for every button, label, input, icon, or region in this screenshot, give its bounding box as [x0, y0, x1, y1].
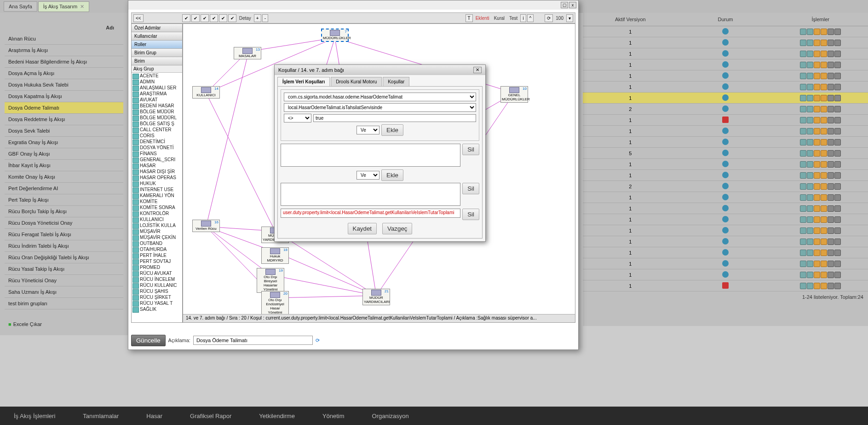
action-edit-icon[interactable] — [814, 106, 820, 112]
tree-item[interactable]: AVUKAT — [132, 97, 182, 103]
version-row[interactable]: 2 — [583, 181, 868, 192]
flow-node[interactable]: 21MÜDÜR YARDIMCILARI — [362, 289, 390, 305]
action-design-icon[interactable] — [821, 194, 827, 201]
action-edit-icon[interactable] — [814, 29, 820, 35]
tree-item[interactable]: PROMED — [132, 264, 182, 270]
action-design-icon[interactable] — [821, 283, 827, 289]
action-view-icon[interactable] — [800, 106, 806, 112]
action-view-icon[interactable] — [800, 250, 806, 256]
action-monitor-icon[interactable] — [828, 239, 834, 245]
tree-item[interactable]: INTERNET USE — [132, 186, 182, 192]
version-row[interactable]: 1 — [583, 269, 868, 280]
version-row[interactable]: 1 — [583, 26, 868, 37]
action-monitor-icon[interactable] — [828, 150, 834, 157]
action-view-icon[interactable] — [800, 194, 806, 201]
action-delete-icon[interactable] — [834, 95, 841, 101]
version-row[interactable]: 1 — [583, 280, 868, 291]
workflow-item[interactable]: Saha Uzmanı İş Akışı — [5, 286, 123, 298]
fnav-tanimlamalar[interactable]: Tanımlamalar — [69, 413, 132, 419]
action-edit-icon[interactable] — [814, 73, 820, 79]
action-copy-icon[interactable] — [807, 227, 813, 234]
version-row[interactable]: 1 — [583, 137, 868, 148]
action-monitor-icon[interactable] — [828, 216, 834, 223]
tree-item[interactable]: PERT İHALE — [132, 252, 182, 258]
action-design-icon[interactable] — [821, 183, 827, 190]
action-design-icon[interactable] — [821, 216, 827, 223]
property-select[interactable]: local.HasarOdemeTalimat.isTahsilatServis… — [284, 103, 476, 112]
zoom-drop-button[interactable]: ▾ — [566, 14, 573, 22]
tab-kosullar[interactable]: Koşullar — [383, 77, 409, 86]
action-design-icon[interactable] — [821, 106, 827, 112]
action-monitor-icon[interactable] — [828, 95, 834, 101]
fnav-yetkilendirme[interactable]: Yetkilendirme — [245, 413, 309, 419]
close-tab-icon[interactable]: ✕ — [80, 4, 84, 9]
expr-textarea-2[interactable] — [281, 183, 460, 206]
action-edit-icon[interactable] — [814, 128, 820, 134]
tree-item[interactable]: BÖLGE SATIŞ Ş — [132, 121, 182, 127]
action-copy-icon[interactable] — [807, 150, 813, 157]
tree-category[interactable]: Özel Adımlar — [132, 24, 182, 32]
tree-item[interactable]: HUKUK — [132, 180, 182, 186]
workflow-item[interactable]: Pert Değerlendirme AI — [5, 183, 123, 194]
action-design-icon[interactable] — [821, 73, 827, 79]
action-edit-icon[interactable] — [814, 272, 820, 278]
workflow-item[interactable]: Dosya Hukuka Sevk Talebi — [5, 79, 123, 91]
action-delete-icon[interactable] — [834, 150, 841, 157]
action-delete-icon[interactable] — [834, 261, 841, 267]
action-design-icon[interactable] — [821, 272, 827, 278]
action-delete-icon[interactable] — [834, 62, 841, 68]
tree-item[interactable]: HASAR — [132, 163, 182, 169]
action-delete-icon[interactable] — [834, 139, 841, 146]
tree-item[interactable]: ANLAŞMALI SER — [132, 85, 182, 91]
tree-item[interactable]: RÜCU İNCELEM — [132, 276, 182, 282]
tab-drools[interactable]: Drools Kural Motoru — [331, 77, 382, 86]
action-copy-icon[interactable] — [807, 139, 813, 146]
action-delete-icon[interactable] — [834, 183, 841, 190]
action-design-icon[interactable] — [821, 84, 827, 90]
action-monitor-icon[interactable] — [828, 106, 834, 112]
version-row[interactable]: 1 — [583, 59, 868, 70]
action-edit-icon[interactable] — [814, 261, 820, 267]
check-4[interactable]: ✔ — [210, 14, 218, 22]
action-edit-icon[interactable] — [814, 216, 820, 223]
action-delete-icon[interactable] — [834, 216, 841, 223]
tree-item[interactable]: RÜCU AVUKAT — [132, 270, 182, 276]
action-view-icon[interactable] — [800, 261, 806, 267]
workflow-item[interactable]: Dosya Sevk Talebi — [5, 125, 123, 137]
ekle-button-2[interactable]: Ekle — [381, 169, 403, 181]
close-icon[interactable]: x — [569, 2, 576, 8]
minus-button[interactable]: - — [262, 14, 268, 22]
action-monitor-icon[interactable] — [828, 117, 834, 123]
workflow-item[interactable]: Pert Talep İş Akışı — [5, 194, 123, 206]
action-view-icon[interactable] — [800, 128, 806, 134]
workflow-item[interactable]: Rücu Yöneticisi Onay — [5, 275, 123, 286]
action-edit-icon[interactable] — [814, 161, 820, 168]
ve-select-2[interactable]: Ve — [356, 171, 379, 180]
action-copy-icon[interactable] — [807, 51, 813, 57]
tree-category[interactable]: Birim Grup — [132, 49, 182, 57]
check-1[interactable]: ✔ — [182, 14, 190, 22]
back-button[interactable]: << — [133, 14, 144, 22]
action-edit-icon[interactable] — [814, 227, 820, 234]
tree-item[interactable]: ADMIN — [132, 79, 182, 85]
flow-node[interactable]: 19Oto Dışı Bireysel Hasarlar Yönetimi — [257, 268, 284, 293]
plus-button[interactable]: + — [254, 14, 261, 22]
help-button[interactable]: ^ — [527, 14, 534, 22]
action-design-icon[interactable] — [821, 227, 827, 234]
flow-node[interactable]: 7MÜDÜRLÜKLER — [321, 29, 349, 42]
value-input[interactable] — [313, 114, 476, 122]
tree-item[interactable]: RÜCU YASAL T — [132, 300, 182, 306]
action-edit-icon[interactable] — [814, 40, 820, 46]
check-3[interactable]: ✔ — [201, 14, 209, 22]
action-view-icon[interactable] — [800, 150, 806, 157]
action-edit-icon[interactable] — [814, 183, 820, 190]
tree-item[interactable]: LOJİSTİK KULLA — [132, 222, 182, 228]
action-copy-icon[interactable] — [807, 117, 813, 123]
kaydet-button[interactable]: Kaydet — [348, 223, 377, 234]
version-row[interactable]: 2 — [583, 104, 868, 115]
version-row[interactable]: 1 — [583, 192, 868, 203]
action-view-icon[interactable] — [800, 117, 806, 123]
action-copy-icon[interactable] — [807, 29, 813, 35]
tree-item[interactable]: KONTROLÖR — [132, 210, 182, 216]
action-delete-icon[interactable] — [834, 272, 841, 278]
